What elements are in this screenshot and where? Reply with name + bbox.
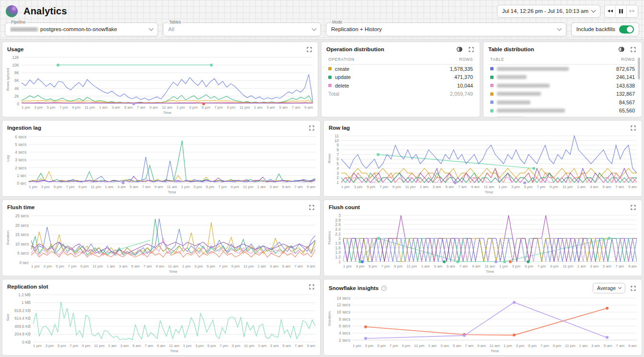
table-name: [490, 100, 530, 104]
x-tick-label: 1 am: [579, 344, 588, 348]
include-backfills-control: Include backfills: [571, 22, 639, 36]
y-tick-label: 6: [336, 157, 339, 161]
chart-plot: [31, 213, 315, 263]
y-tick-label: 14 secs: [337, 296, 350, 300]
pause-button[interactable]: [616, 5, 627, 17]
x-tick-label: 3 am: [270, 185, 278, 189]
x-tick-label: 5 pm: [367, 185, 375, 189]
x-tick-label: 5 pm: [54, 185, 62, 189]
x-tick-label: 1 am: [258, 264, 266, 268]
x-tick-label: 5 am: [282, 344, 291, 348]
fast-forward-button[interactable]: [627, 5, 638, 17]
x-tick-label: 11 am: [485, 264, 495, 268]
x-tick-label: 7 pm: [390, 344, 398, 348]
x-tick-label: 5 am: [282, 185, 290, 189]
scrollbar[interactable]: [638, 57, 640, 79]
x-tick-label: 1 pm: [498, 185, 507, 189]
x-tick-label: 7 am: [616, 344, 624, 348]
x-tick-label: 9 am: [304, 105, 313, 110]
x-tick-label: 7 am: [295, 344, 303, 348]
expand-icon[interactable]: [629, 284, 637, 292]
data-point-dot: [122, 181, 125, 184]
expand-icon[interactable]: [629, 124, 637, 132]
x-tick-label: 11 pm: [407, 264, 417, 268]
y-axis-labels: 11.21.41.61.822.22.42.62.83: [332, 213, 343, 263]
x-tick-label: 11 pm: [414, 344, 425, 348]
x-tick-label: 1 am: [577, 185, 586, 189]
chevron-down-icon: [618, 286, 621, 289]
expand-icon[interactable]: [308, 203, 315, 211]
x-tick-label: 1 am: [428, 344, 437, 348]
x-tick-label: 9 pm: [394, 264, 402, 268]
chevron-down-icon: [312, 26, 317, 31]
x-tick-label: 1 pm: [183, 344, 192, 348]
y-tick-label: 12K: [12, 55, 19, 59]
card-title: Ingestion lag: [7, 125, 41, 131]
x-tick-label: 5 pm: [202, 105, 210, 110]
y-tick-label: 409.6 KB: [14, 324, 31, 328]
y-axis-title: Duration: [327, 295, 332, 342]
expand-icon[interactable]: [629, 45, 637, 53]
operation-name: update: [335, 74, 351, 80]
date-range-picker[interactable]: Jul 14, 12:26 pm - Jul 16, 10:13 am: [497, 5, 600, 18]
x-tick-label: 9 pm: [392, 185, 401, 189]
y-tick-label: 8: [336, 148, 339, 152]
series-color-swatch: [490, 76, 494, 79]
replication-slot-card: Replication slot Size0 KB204.8 KB409.6 K…: [2, 279, 321, 356]
x-tick-label: 3 pm: [511, 185, 520, 189]
date-range-value: Jul 14, 12:26 pm - Jul 16, 10:13 am: [502, 8, 588, 14]
help-icon[interactable]: ?: [381, 286, 387, 291]
x-tick-label: 1 am: [421, 264, 430, 268]
mode-select[interactable]: Mode Replication + History: [326, 22, 566, 36]
x-tick-label: 5 pm: [524, 185, 533, 189]
y-axis-title: Rows synced: [5, 55, 11, 104]
y-tick-label: 204.8 KB: [14, 332, 31, 336]
data-point-dot: [443, 260, 446, 263]
x-tick-label: 11 pm: [92, 264, 103, 268]
chevron-down-icon: [557, 26, 562, 31]
x-axis-title: Time: [353, 348, 637, 353]
table-row: 143,638: [489, 81, 636, 90]
y-tick-label: 4K: [14, 86, 19, 90]
chart-plot: [29, 134, 315, 183]
x-tick-label: 3 am: [591, 344, 600, 348]
app-logo-icon: [6, 5, 18, 17]
pipeline-label: Pipeline: [10, 20, 27, 24]
expand-icon[interactable]: [308, 124, 315, 132]
x-tick-label: 7 pm: [381, 264, 390, 268]
data-point-dot: [606, 307, 609, 310]
x-tick-label: 5 am: [445, 185, 454, 189]
metric-selector[interactable]: Average: [593, 283, 625, 293]
x-tick-label: 1 pm: [504, 344, 512, 348]
expand-icon[interactable]: [629, 203, 637, 211]
pie-chart-toggle-icon[interactable]: [618, 45, 625, 53]
x-tick-label: 11 pm: [244, 344, 254, 348]
y-tick-label: 15 secs: [15, 233, 29, 237]
column-header: ROWS: [459, 57, 473, 62]
y-axis-labels: 02K4K6K8K10K12K: [11, 55, 22, 104]
chart-body: Rows1234567891011: [327, 134, 637, 183]
rewind-button[interactable]: [605, 5, 616, 17]
x-tick-label: 3 pm: [516, 344, 525, 348]
expand-icon[interactable]: [308, 283, 315, 290]
expand-icon[interactable]: [467, 45, 475, 53]
x-tick-label: 7 am: [137, 105, 146, 110]
include-backfills-toggle[interactable]: [619, 25, 634, 33]
x-tick-label: 5 am: [603, 185, 611, 189]
x-tick-label: 5 pm: [56, 264, 64, 268]
operation-name: delete: [335, 83, 349, 89]
data-point-dot: [513, 334, 516, 336]
pie-chart-toggle-icon[interactable]: [456, 45, 463, 53]
x-tick-label: 3 pm: [365, 344, 374, 348]
expand-icon[interactable]: [305, 45, 313, 53]
pipeline-select[interactable]: Pipeline postgres-common-to-snowflake: [5, 22, 158, 36]
x-tick-label: 5 am: [447, 264, 455, 268]
x-axis-title: Time: [33, 348, 315, 353]
tables-select[interactable]: Tables All: [163, 22, 321, 36]
x-tick-label: 7 am: [292, 105, 300, 110]
y-tick-label: 2: [338, 236, 341, 241]
x-tick-label: 5 am: [453, 344, 461, 348]
x-tick-label: 1 am: [99, 105, 108, 110]
x-tick-label: 1 pm: [499, 264, 508, 268]
table-name: [490, 109, 565, 112]
